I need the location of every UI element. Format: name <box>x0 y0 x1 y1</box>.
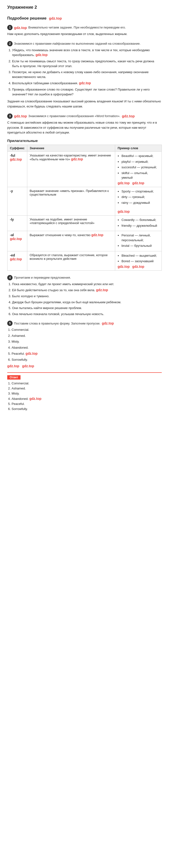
step2-item-2: Если ты не понимаешь смысл текста, то ср… <box>12 59 162 68</box>
suffix-row-ful: -ful gdz.top Указывает на качество-харак… <box>7 152 162 187</box>
wm-y1: gdz.top <box>117 210 130 213</box>
answer-item-2: Ashamed. <box>11 386 162 390</box>
step-5-list: Commercial. Ashamed. Misty. Abandoned. P… <box>11 328 162 362</box>
step-2-number: 2 <box>7 41 12 46</box>
suffix-al: -al gdz.top <box>7 231 27 251</box>
answer-list: Commercial. Ashamed. Misty. Abandoned. g… <box>11 381 162 411</box>
meaning-y: Выражает значение «иметь признак». Приба… <box>27 187 115 216</box>
example-beautiful: Beautiful — красивый; <box>122 154 159 158</box>
wm-al1: gdz.top <box>10 237 22 241</box>
wm-2b: gdz.top <box>79 81 91 85</box>
col-header-meaning: Значение <box>27 145 115 152</box>
step-2-block: 2 Знакомимся с правилами-лайфхаками по в… <box>7 41 162 109</box>
example-playful: playful — игривый; <box>122 159 159 164</box>
example-brutal: brutal — брутальный <box>122 243 159 248</box>
wm-step3a: gdz.top <box>14 114 27 118</box>
example-skilful: skilful — опытный, умелый <box>122 171 159 180</box>
watermark-step1: gdz.top <box>14 26 27 30</box>
example-friendly: friendly — дружелюбный <box>122 223 159 228</box>
answer-item-3: Misty. <box>11 392 162 395</box>
step1-main-text: Нам нужно дополнить предложения производ… <box>7 32 127 36</box>
meaning-ful: Указывает на качество-характеристику, им… <box>27 152 115 187</box>
answer-item-5: Peaceful. <box>11 402 162 406</box>
col-header-suffix: Суффикс <box>7 145 27 152</box>
wm-ful2: gdz.top <box>71 157 83 161</box>
page: Упражнение 2 Подробное решение gdz.top 1… <box>0 0 169 417</box>
examples-ed: Bleached — выцветший; Bored — заскучавши… <box>115 251 162 271</box>
step-5-desc: Поставим слова в правильную форму. Запол… <box>14 321 100 326</box>
step4-item-3: Было холодно и туманно. <box>12 294 162 299</box>
examples-ly: Cowardly — боязливый; friendly — дружелю… <box>115 216 162 231</box>
example-cowardly: Cowardly — боязливый; <box>122 218 159 222</box>
wm-ed3: gdz.top <box>132 265 144 269</box>
answer-item-1: Commercial. <box>11 381 162 385</box>
answer-section: Ответ Commercial. Ashamed. Misty. Abando… <box>7 372 162 411</box>
wm-ans-a: gdz.top <box>29 397 41 401</box>
step-2-footer: Задания на словообразование показывают в… <box>7 99 162 109</box>
step2-item-1: Убедись, что понимаешь значение всех сло… <box>12 48 162 58</box>
step4-item-1: Пока неизвестно, будет ли проект иметь к… <box>12 282 162 287</box>
step-3-number: 3 <box>7 114 12 119</box>
meaning-ly: Указывает на подобие, имеет значение «по… <box>27 216 115 231</box>
step-4-list: Пока неизвестно, будет ли проект иметь к… <box>12 282 162 316</box>
wm-step5b: gdz.top <box>26 351 38 355</box>
step-2-desc: Знакомимся с правилами-лайфхаками по вып… <box>14 41 140 46</box>
step5-item-5: Peaceful. gdz.top <box>11 351 162 356</box>
answer-label: Ответ <box>7 375 21 379</box>
step2-item-3: Посмотри, не нужно ли добавить к новому … <box>12 70 162 79</box>
answer-item-4: Abandoned. gdz.top <box>11 397 162 401</box>
wm-ed2: gdz.top <box>117 265 130 269</box>
detailed-solution-label: Подробное решение <box>7 16 46 21</box>
suffix-ful: -ful gdz.top <box>7 152 27 187</box>
step-4-number: 4 <box>7 275 12 280</box>
step-3-intro: С помощью английских аффиксов мы можем о… <box>7 120 162 135</box>
wm-ful: gdz.top <box>10 157 22 161</box>
step-4-block: 4 Прочитаем и переведем предложения. Пок… <box>7 275 162 316</box>
example-bleached: Bleached — выцветший; <box>122 253 159 258</box>
suffix-ed: -ed gdz.top <box>7 251 27 271</box>
step-1-block: 1 gdz.top Внимательно читаем задание. Пр… <box>7 25 162 37</box>
step-2-list: Убедись, что понимаешь значение всех сло… <box>12 48 162 97</box>
suffix-table: Суффикс Значение Пример слов -ful gdz.to… <box>7 145 162 271</box>
step4-item-5: Они пытались найти мирное решение пробле… <box>12 306 162 310</box>
step-4-desc: Прочитаем и переведем предложения. <box>14 275 71 280</box>
wm-al2: gdz.top <box>91 233 103 237</box>
suffix-row-ed: -ed gdz.top Образуется от глагола, выраж… <box>7 251 162 271</box>
example-dirty: dirty — грязный; <box>122 195 159 199</box>
step-3-block: 3 gdz.top Знакомимся с правилами словооб… <box>7 114 162 271</box>
step5-item-2: Ashamed. <box>11 334 162 338</box>
suffix-row-ly: -ly Указывает на подобие, имеет значение… <box>7 216 162 231</box>
example-personal: Personal — личный, персональный; <box>122 233 159 242</box>
answer-item-6: Sorrowfully. <box>11 407 162 411</box>
step4-item-2: Ей было действительно стыдно за то, как … <box>12 287 162 292</box>
wm-2a: gdz.top <box>35 53 47 57</box>
exercise-title: Упражнение 2 <box>7 5 162 10</box>
wm-ed1: gdz.top <box>10 257 22 261</box>
meaning-al: Выражает отношение к чему-то, качество g… <box>27 231 115 251</box>
example-bored: Bored — заскучавший <box>122 259 159 264</box>
step2-item-5: Проверь образованное слово по словарю. С… <box>12 87 162 97</box>
col-header-examples: Пример слов <box>115 145 162 152</box>
wm-step4a: gdz.top <box>96 288 108 292</box>
step5-item-3: Misty. <box>11 339 162 344</box>
adjectives-title: Прилагательные <box>7 138 162 143</box>
title-text: Упражнение 2 <box>7 5 37 10</box>
step-1-number: 1 <box>7 25 12 30</box>
meaning-ed: Образуется от глагола, выражает состояни… <box>27 251 115 271</box>
step-5-block: 5 Поставим слова в правильную форму. Зап… <box>7 321 162 368</box>
wm-step5d: gdz.top <box>22 364 34 368</box>
suffix-row-y: -y Выражает значение «иметь признак». Пр… <box>7 187 162 216</box>
example-sporty: Sporty — спортивный; <box>122 189 159 194</box>
example-successful: successful — успешный; <box>122 165 159 170</box>
wm-ful4: gdz.top <box>132 181 144 185</box>
step4-item-4: Джордж был брошен родителями, когда он б… <box>12 300 162 305</box>
suffix-ly: -ly <box>7 216 27 231</box>
wm-step5a: gdz.top <box>102 321 114 325</box>
suffix-y: -y <box>7 187 27 216</box>
wm-ful3: gdz.top <box>117 181 130 185</box>
step-5-number: 5 <box>7 321 12 326</box>
step5-item-1: Commercial. <box>11 328 162 332</box>
step4-item-6: Она печально покачала головой, услышав п… <box>12 312 162 316</box>
step-1-desc: Внимательно читаем задание. При необходи… <box>28 25 126 30</box>
watermark-1: gdz.top <box>49 16 62 20</box>
